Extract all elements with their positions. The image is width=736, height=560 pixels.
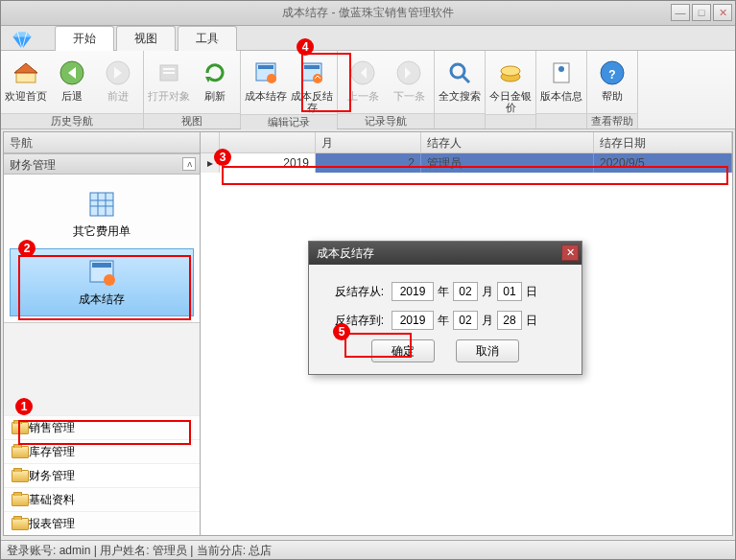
svg-rect-11 (163, 68, 175, 70)
from-month-input[interactable] (453, 282, 478, 301)
svg-marker-0 (12, 36, 32, 49)
app-gem-icon[interactable] (7, 28, 37, 55)
help-button[interactable]: ?帮助 (589, 55, 635, 103)
callout-4: 4 (297, 38, 314, 56)
nav-cat-sales[interactable]: 销售管理 (4, 415, 200, 439)
nav-panel: 导航 财务管理 ʌ 其它费用单 成本结存 销售管理 库存管理 财务管理 基础资料… (4, 132, 201, 535)
fulltext-search-button[interactable]: 全文搜索 (437, 55, 483, 103)
svg-point-39 (104, 274, 115, 286)
sheet-icon (86, 189, 117, 220)
nav-cat-basedata[interactable]: 基础资料 (4, 487, 200, 511)
from-day-input[interactable] (497, 282, 522, 301)
window-title: 成本结存 - 傲蓝珠宝销售管理软件 (282, 5, 454, 21)
folder-icon (12, 518, 29, 530)
svg-rect-12 (163, 72, 175, 74)
to-day-input[interactable] (497, 311, 522, 330)
svg-rect-18 (304, 65, 320, 69)
next-record-button[interactable]: 下一条 (386, 55, 432, 103)
next-icon (393, 58, 424, 88)
menu-tabs: 开始 视图 工具 (1, 26, 735, 51)
svg-point-29 (558, 66, 564, 72)
nav-title: 导航 (4, 132, 200, 153)
reverse-close-dialog: 成本反结存 ✕ 反结存从: 年 月 日 反结存到: 年 月 日 确定 取消 (308, 241, 582, 375)
nav-section-header[interactable]: 财务管理 ʌ (4, 153, 200, 175)
maximize-button[interactable]: □ (692, 4, 711, 21)
forward-button[interactable]: 前进 (95, 55, 141, 103)
minimize-button[interactable]: — (671, 4, 690, 21)
nav-item-cost-save[interactable]: 成本结存 (10, 248, 194, 316)
cost-save-button[interactable]: 成本结存 (243, 55, 289, 103)
refresh-button[interactable]: 刷新 (192, 55, 238, 103)
to-month-input[interactable] (453, 311, 478, 330)
dialog-close-button[interactable]: ✕ (561, 245, 579, 261)
svg-point-16 (267, 74, 276, 83)
tab-tools[interactable]: 工具 (178, 26, 237, 51)
svg-rect-32 (90, 193, 113, 216)
open-object-button[interactable]: 打开对象 (146, 55, 192, 103)
cost-save-icon (250, 58, 281, 88)
nav-category-list: 销售管理 库存管理 财务管理 基础资料 报表管理 (4, 415, 200, 535)
close-button[interactable]: ✕ (713, 4, 732, 21)
version-info-button[interactable]: 版本信息 (538, 55, 584, 103)
svg-point-27 (501, 66, 520, 76)
open-icon (154, 58, 184, 88)
to-label: 反结存到: (324, 313, 384, 329)
nav-cat-inventory[interactable]: 库存管理 (4, 439, 200, 463)
folder-icon (12, 494, 29, 506)
home-button[interactable]: 欢迎首页 (3, 55, 49, 103)
callout-1: 1 (15, 398, 33, 415)
from-label: 反结存从: (324, 284, 384, 300)
info-icon (546, 58, 577, 88)
back-button[interactable]: 后退 (49, 55, 95, 103)
back-icon (57, 58, 87, 88)
svg-point-24 (451, 64, 464, 78)
to-year-input[interactable] (392, 311, 434, 330)
home-icon (11, 58, 41, 88)
callout-3: 3 (214, 149, 231, 166)
prev-icon (347, 58, 378, 88)
grid-header: 月 结存人 结存日期 (201, 132, 732, 153)
prev-record-button[interactable]: 上一条 (340, 55, 386, 103)
svg-marker-5 (14, 63, 37, 73)
chevron-up-icon[interactable]: ʌ (182, 157, 196, 171)
nav-item-other-expense[interactable]: 其它费用单 (10, 180, 194, 248)
cost-reverse-button[interactable]: 成本反结存 (289, 55, 335, 114)
gold-price-button[interactable]: 今日金银价 (487, 55, 534, 114)
cost-icon (86, 257, 117, 288)
callout-2: 2 (18, 240, 36, 257)
ribbon-toolbar: 欢迎首页 后退 前进 历史导航 打开对象 刷新 视图 成本结存 成本反结存 编辑… (1, 51, 735, 129)
ok-button[interactable]: 确定 (371, 339, 435, 362)
gold-icon (495, 58, 526, 88)
cell-person: 管理员 (421, 153, 594, 173)
svg-line-25 (463, 76, 469, 82)
help-icon: ? (597, 58, 628, 88)
svg-rect-15 (258, 65, 273, 69)
cost-reverse-icon (297, 58, 327, 88)
tab-start[interactable]: 开始 (55, 26, 114, 51)
cell-year: 2019 (220, 153, 316, 173)
svg-rect-38 (92, 263, 111, 268)
status-bar: 登录账号: admin | 用户姓名: 管理员 | 当前分店: 总店 (1, 540, 735, 559)
from-year-input[interactable] (392, 282, 434, 301)
cell-date: 2020/9/5 (594, 153, 732, 173)
title-bar: 成本结存 - 傲蓝珠宝销售管理软件 — □ ✕ (1, 1, 735, 26)
callout-5: 5 (333, 323, 350, 340)
nav-cat-reports[interactable]: 报表管理 (4, 511, 200, 535)
dialog-title-bar[interactable]: 成本反结存 ✕ (309, 242, 582, 265)
svg-text:?: ? (608, 68, 615, 82)
folder-icon (12, 470, 29, 482)
cancel-button[interactable]: 取消 (456, 339, 519, 362)
folder-icon (12, 422, 29, 434)
search-icon (444, 58, 475, 88)
svg-marker-1 (12, 32, 32, 36)
refresh-icon (200, 58, 230, 88)
grid-row[interactable]: ▸ 2019 2 管理员 2020/9/5 (201, 153, 732, 173)
tab-view[interactable]: 视图 (116, 26, 176, 51)
cell-month: 2 (316, 153, 421, 173)
forward-icon (103, 58, 133, 88)
folder-icon (12, 446, 29, 458)
nav-cat-finance[interactable]: 财务管理 (4, 463, 200, 487)
